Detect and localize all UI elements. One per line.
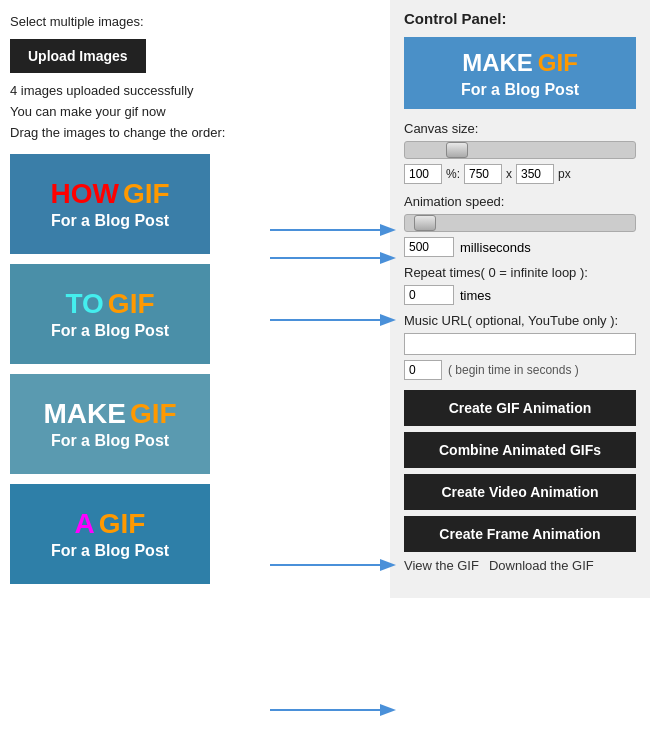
hero-gif-text: GIF — [538, 49, 578, 77]
repeat-label: Repeat times( 0 = infinite loop ): — [404, 265, 636, 280]
hero-make-text: MAKE — [462, 49, 533, 77]
anim-speed-row: milliseconds — [404, 237, 636, 257]
begin-time-label: ( begin time in seconds ) — [448, 363, 579, 377]
img2-bottom: For a Blog Post — [51, 322, 169, 340]
drag-label: Drag the images to change the order: — [10, 125, 380, 140]
view-gif-link[interactable]: View the GIF — [404, 558, 479, 573]
hero-title: MAKE GIF — [414, 49, 626, 77]
anim-speed-label: Animation speed: — [404, 194, 636, 209]
img3-top: MAKE GIF — [43, 398, 176, 430]
select-label: Select multiple images: — [10, 14, 380, 29]
anim-speed-input[interactable] — [404, 237, 454, 257]
canvas-width-input[interactable] — [464, 164, 502, 184]
create-frame-button[interactable]: Create Frame Animation — [404, 516, 636, 552]
canvas-percent-symbol: %: — [446, 167, 460, 181]
combine-animated-button[interactable]: Combine Animated GIFs — [404, 432, 636, 468]
image-card-3[interactable]: MAKE GIF For a Blog Post — [10, 374, 210, 474]
canvas-height-input[interactable] — [516, 164, 554, 184]
img4-top: A GIF — [75, 508, 146, 540]
canvas-size-slider[interactable] — [404, 141, 636, 159]
canvas-px-label: px — [558, 167, 571, 181]
canvas-inputs-row: %: x px — [404, 164, 636, 184]
repeat-unit: times — [460, 288, 491, 303]
canvas-size-label: Canvas size: — [404, 121, 636, 136]
repeat-input[interactable] — [404, 285, 454, 305]
image-list: HOW GIF For a Blog Post TO GIF For a Blo… — [10, 154, 380, 584]
anim-speed-thumb[interactable] — [414, 215, 436, 231]
create-video-button[interactable]: Create Video Animation — [404, 474, 636, 510]
image-card-1[interactable]: HOW GIF For a Blog Post — [10, 154, 210, 254]
image-card-2[interactable]: TO GIF For a Blog Post — [10, 264, 210, 364]
img2-top: TO GIF — [65, 288, 154, 320]
status-uploaded: 4 images uploaded successfully — [10, 83, 380, 98]
img1-top: HOW GIF — [50, 178, 169, 210]
music-url-input[interactable] — [404, 333, 636, 355]
img3-bottom: For a Blog Post — [51, 432, 169, 450]
music-label: Music URL( optional, YouTube only ): — [404, 313, 636, 328]
img4-bottom: For a Blog Post — [51, 542, 169, 560]
left-panel: Select multiple images: Upload Images 4 … — [0, 0, 390, 598]
hero-subtitle: For a Blog Post — [414, 81, 626, 99]
canvas-percent-input[interactable] — [404, 164, 442, 184]
anim-speed-slider[interactable] — [404, 214, 636, 232]
img1-bottom: For a Blog Post — [51, 212, 169, 230]
begin-time-input[interactable] — [404, 360, 442, 380]
anim-ms-unit: milliseconds — [460, 240, 531, 255]
begin-time-row: ( begin time in seconds ) — [404, 360, 636, 380]
image-card-4[interactable]: A GIF For a Blog Post — [10, 484, 210, 584]
hero-banner: MAKE GIF For a Blog Post — [404, 37, 636, 109]
upload-images-button[interactable]: Upload Images — [10, 39, 146, 73]
canvas-x-label: x — [506, 167, 512, 181]
control-panel-title: Control Panel: — [404, 10, 636, 27]
repeat-row: times — [404, 285, 636, 305]
download-gif-link[interactable]: Download the GIF — [489, 558, 594, 573]
right-panel: Control Panel: MAKE GIF For a Blog Post … — [390, 0, 650, 598]
canvas-size-thumb[interactable] — [446, 142, 468, 158]
bottom-links: View the GIF Download the GIF — [404, 558, 636, 573]
status-ready: You can make your gif now — [10, 104, 380, 119]
create-gif-button[interactable]: Create GIF Animation — [404, 390, 636, 426]
